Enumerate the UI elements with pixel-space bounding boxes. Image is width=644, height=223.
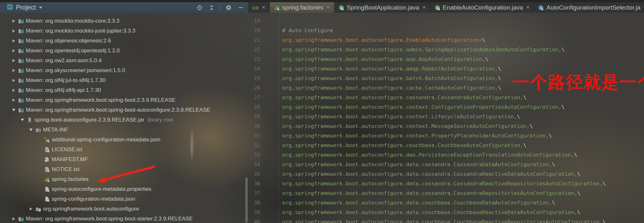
editor-tab-springbootapplication-java[interactable]: @SpringBootApplication.java× (334, 2, 430, 13)
tree-row-maven-org-ow2-asm-asm-5-0-4[interactable]: Maven: org.ow2.asm:asm:5.0.4 (0, 56, 248, 65)
tree-row-license-txt[interactable]: LICENSE.txt (0, 145, 248, 154)
tree-row-maven-org-mockito-mockito-junit-jupiter-[interactable]: Maven: org.mockito:mockito-junit-jupiter… (0, 26, 248, 36)
tree-toggle-expanded-icon[interactable] (11, 109, 16, 111)
tree-row-additional-spring-configuration-metadata[interactable]: additional-spring-configuration-metadata… (0, 135, 248, 145)
close-icon[interactable]: × (262, 4, 265, 11)
line-number: 35 (248, 171, 260, 177)
tree-row-maven-org-springframework-boot-spring-bo[interactable]: Maven: org.springframework.boot:spring-b… (0, 214, 248, 223)
close-icon[interactable]: × (526, 4, 530, 11)
editor-tab-spring-factories[interactable]: spring.factories× (270, 2, 334, 13)
line-number: 27 (248, 94, 260, 100)
code-line-29: 29org.springframework.boot.autoconfigure… (248, 112, 644, 121)
maven-library-icon (18, 18, 24, 24)
tree-scrollbar-thumb[interactable] (245, 177, 248, 223)
tree-item-label: spring-configuration-metadata.json (52, 196, 135, 202)
ide-window: Project va×spring.factories×@SpringBootA… (0, 0, 644, 223)
tree-item-label: spring-boot-autoconfigure-2.3.9.RELEASE.… (34, 117, 144, 123)
code-text: org.springframework.boot.autoconfigure.E… (282, 37, 485, 43)
tab-label: va (252, 4, 259, 11)
line-number: 28 (248, 104, 260, 110)
tree-row-meta-inf[interactable]: META-INF (0, 125, 248, 135)
editor-tab-enableautoconfiguration-java[interactable]: @EnableAutoConfiguration.java× (430, 2, 534, 13)
line-number: 24 (248, 66, 260, 72)
chevron-down-icon[interactable] (39, 7, 42, 9)
gutter-separator (279, 13, 279, 223)
code-text: org.springframework.boot.autoconfigure.a… (282, 66, 501, 72)
tree-row-spring-configuration-metadata-json[interactable]: spring-configuration-metadata.json (0, 194, 248, 204)
header-row: Project va×spring.factories×@SpringBootA… (0, 0, 644, 13)
line-number: 32 (248, 142, 260, 148)
code-line-23: 23org.springframework.boot.autoconfigure… (248, 54, 644, 64)
tree-toggle-collapsed-icon[interactable] (11, 217, 16, 220)
editor-tab-autoconfigurationimportselector-ja[interactable]: CAutoConfigurationImportSelector.ja (534, 2, 644, 13)
tree-item-label: Maven: org.springframework.boot:spring-b… (26, 97, 176, 103)
tree-toggle-collapsed-icon[interactable] (11, 69, 16, 72)
line-number: 19 (248, 18, 260, 24)
close-icon[interactable]: × (422, 4, 426, 11)
code-line-38: 38org.springframework.boot.autoconfigure… (248, 198, 644, 207)
tree-toggle-collapsed-icon[interactable] (11, 59, 16, 62)
tree-toggle-collapsed-icon[interactable] (11, 99, 16, 102)
tree-row-maven-org-slf4j-slf4j-api-1-7-30[interactable]: Maven: org.slf4j:slf4j-api:1.7.30 (0, 85, 248, 95)
tree-row-spring-autoconfigure-metadata-properties[interactable]: spring-autoconfigure-metadata.properties (0, 184, 248, 194)
tree-toggle-expanded-icon[interactable] (20, 119, 25, 121)
tree-row-notice-txt[interactable]: NOTICE.txt (0, 164, 248, 174)
tree-toggle-collapsed-icon[interactable] (11, 89, 16, 92)
tree-row-maven-org-springframework-boot-spring-bo[interactable]: Maven: org.springframework.boot:spring-b… (0, 95, 248, 105)
tree-item-label: Maven: org.opentest4j:opentest4j:1.2.0 (26, 48, 120, 54)
code-line-30: 30org.springframework.boot.autoconfigure… (248, 121, 644, 131)
text-file-icon (44, 167, 50, 172)
tab-label: SpringBootApplication.java (347, 4, 419, 11)
close-icon[interactable]: × (326, 4, 330, 11)
spring-factories-file-icon (44, 176, 50, 182)
spring-leaf-locked-icon (274, 5, 280, 11)
tree-row-org-springframework-boot-autoconfigure[interactable]: org.springframework.boot.autoconfigure (0, 204, 248, 214)
tree-toggle-collapsed-icon[interactable] (28, 207, 34, 211)
tree-item-label: Maven: org.slf4j:slf4j-api:1.7.30 (26, 87, 101, 93)
tree-toggle-collapsed-icon[interactable] (11, 39, 16, 42)
code-text: org.springframework.boot.autoconfigure.d… (282, 152, 577, 158)
locate-icon[interactable] (195, 4, 204, 12)
tree-row-maven-org-slf4j-jul-to-slf4j-1-7-30[interactable]: Maven: org.slf4j:jul-to-slf4j:1.7.30 (0, 75, 248, 85)
line-number: 37 (248, 190, 260, 196)
code-text: org.springframework.boot.autoconfigure.c… (282, 142, 527, 148)
tree-row-manifest-mf[interactable]: MFMANIFEST.MF (0, 154, 248, 164)
line-number: 25 (248, 75, 260, 81)
maven-library-icon (18, 68, 24, 73)
tree-toggle-collapsed-icon[interactable] (11, 79, 16, 82)
code-line-21: 21org.springframework.boot.autoconfigure… (248, 35, 644, 45)
tree-item-label: Maven: org.springframework.boot:spring-b… (26, 107, 210, 113)
tree-row-spring-boot-autoconfigure-2-3-9-release-[interactable]: spring-boot-autoconfigure-2.3.9.RELEASE.… (0, 115, 248, 125)
tree-row-maven-org-springframework-boot-spring-bo[interactable]: Maven: org.springframework.boot:spring-b… (0, 105, 248, 115)
tree-item-label: spring-autoconfigure-metadata.properties (52, 186, 151, 192)
json-file-locked-icon (44, 196, 50, 202)
code-text: org.springframework.boot.autoconfigure.d… (282, 171, 580, 177)
maven-library-icon (18, 216, 24, 222)
tree-row-maven-org-skyscreamer-jsonassert-1-5-0[interactable]: Maven: org.skyscreamer:jsonassert:1.5.0 (0, 65, 248, 75)
minimize-icon[interactable] (237, 4, 245, 12)
tree-item-label: Maven: org.slf4j:jul-to-slf4j:1.7.30 (26, 77, 105, 84)
collapse-all-icon[interactable] (208, 4, 216, 12)
code-text: org.springframework.boot.autoconfigure.d… (282, 209, 580, 215)
code-text: org.springframework.boot.autoconfigure.d… (282, 219, 606, 223)
tree-row-maven-org-objenesis-objenesis-2-6[interactable]: Maven: org.objenesis:objenesis:2.6 (0, 36, 248, 46)
maven-library-icon (18, 87, 24, 93)
line-number: 38 (248, 200, 260, 206)
project-panel-title[interactable]: Project (16, 4, 36, 11)
tree-toggle-collapsed-icon[interactable] (11, 29, 16, 33)
tree-item-label: Maven: org.mockito:mockito-junit-jupiter… (26, 28, 135, 34)
code-line-37: 37org.springframework.boot.autoconfigure… (248, 188, 644, 198)
tree-row-maven-org-mockito-mockito-core-3-3-3[interactable]: Maven: org.mockito:mockito-core:3.3.3 (0, 16, 248, 26)
line-number: 40 (248, 219, 260, 223)
code-line-22: 22org.springframework.boot.autoconfigure… (248, 45, 644, 54)
gear-icon[interactable] (224, 4, 233, 12)
tree-toggle-collapsed-icon[interactable] (11, 19, 16, 23)
tree-row-maven-org-opentest4j-opentest4j-1-2-0[interactable]: Maven: org.opentest4j:opentest4j:1.2.0 (0, 46, 248, 56)
code-text: # Auto Configure (282, 27, 333, 33)
editor-area[interactable]: 1920# Auto Configure21org.springframewor… (248, 13, 644, 223)
annotation-locked-icon: @ (435, 5, 440, 11)
editor-tab-clipped[interactable]: va× (248, 2, 270, 13)
tree-toggle-expanded-icon[interactable] (28, 129, 34, 131)
tree-toggle-collapsed-icon[interactable] (11, 49, 16, 52)
tree-row-spring-factories[interactable]: spring.factories (0, 174, 248, 184)
